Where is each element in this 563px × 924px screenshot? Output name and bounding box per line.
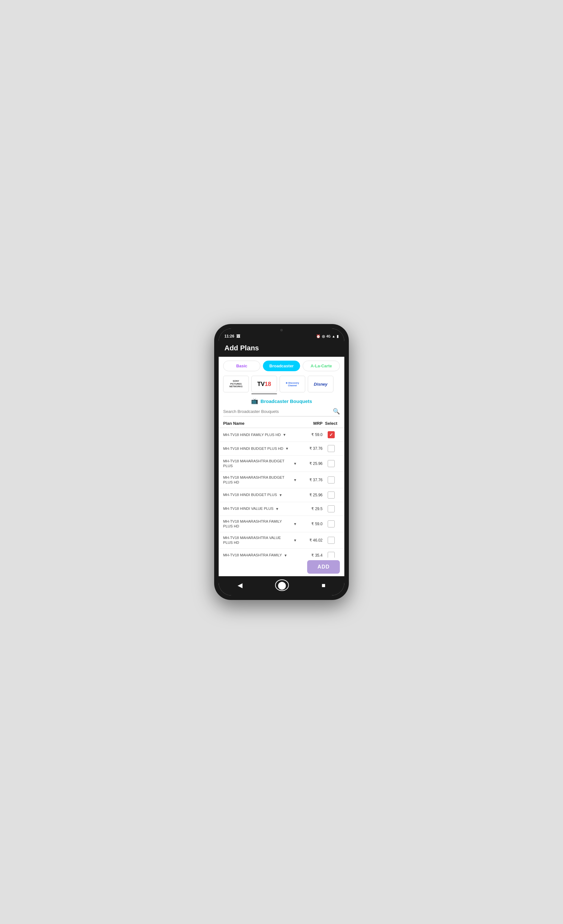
camera-dot bbox=[280, 329, 283, 332]
search-row: 🔍 bbox=[223, 408, 340, 417]
select-cell-4 bbox=[322, 492, 340, 499]
plan-name-4: MH-TV18 HINDI BUDGET PLUS bbox=[223, 492, 277, 497]
network-icon: 4G bbox=[326, 334, 331, 338]
status-right: ⏰ ◎ 4G ▲ ▮ bbox=[316, 334, 338, 339]
plan-cell-6: MH-TV18 MAHARASHTRA FAMILY PLUS HD▼ bbox=[223, 519, 297, 529]
mrp-cell-1: ₹ 37.76 bbox=[297, 446, 322, 451]
plan-cell-0: MH-TV18 HINDI FAMILY PLUS HD▼ bbox=[223, 432, 297, 437]
checkbox-4[interactable] bbox=[328, 492, 335, 499]
dropdown-arrow-3[interactable]: ▼ bbox=[293, 478, 297, 482]
mrp-cell-3: ₹ 37.76 bbox=[297, 478, 322, 482]
signal-icon: ▲ bbox=[332, 334, 335, 338]
recents-button[interactable]: ■ bbox=[316, 580, 331, 590]
dropdown-arrow-2[interactable]: ▼ bbox=[293, 462, 297, 465]
logos-row: SONYPICTURESNETWORKS TV18 ⊕ DiscoveryCha… bbox=[219, 374, 344, 392]
checkbox-0[interactable] bbox=[328, 431, 335, 438]
dropdown-arrow-8[interactable]: ▼ bbox=[284, 554, 287, 557]
back-button[interactable]: ◀ bbox=[232, 580, 247, 590]
page-title: Add Plans bbox=[225, 344, 338, 352]
dropdown-arrow-6[interactable]: ▼ bbox=[293, 522, 297, 526]
logo-tv18[interactable]: TV18 bbox=[252, 376, 277, 392]
dropdown-arrow-1[interactable]: ▼ bbox=[285, 447, 289, 450]
checkbox-2[interactable] bbox=[328, 460, 335, 467]
tab-broadcaster[interactable]: Broadcaster bbox=[263, 361, 300, 371]
home-button[interactable]: ⬤ bbox=[275, 579, 289, 591]
plan-cell-4: MH-TV18 HINDI BUDGET PLUS▼ bbox=[223, 492, 297, 497]
tab-basic[interactable]: Basic bbox=[223, 361, 261, 371]
plan-cell-5: MH-TV18 HINDI VALUE PLUS▼ bbox=[223, 506, 297, 511]
plan-cell-8: MH-TV18 MAHARASHTRA FAMILY▼ bbox=[223, 553, 297, 558]
search-input[interactable] bbox=[223, 409, 333, 414]
mrp-cell-5: ₹ 29.5 bbox=[297, 507, 322, 511]
table-row: MH-TV18 MAHARASHTRA BUDGET PLUS HD▼₹ 37.… bbox=[219, 472, 344, 488]
select-cell-3 bbox=[322, 476, 340, 483]
logo-disney[interactable]: Disney bbox=[308, 376, 334, 392]
checkbox-7[interactable] bbox=[328, 537, 335, 544]
plan-name-2: MH-TV18 MAHARASHTRA BUDGET PLUS bbox=[223, 459, 292, 468]
add-button[interactable]: ADD bbox=[307, 560, 340, 574]
table-row: MH-TV18 MAHARASHTRA VALUE PLUS HD▼₹ 46.0… bbox=[219, 532, 344, 549]
checkbox-6[interactable] bbox=[328, 520, 335, 528]
table-row: MH-TV18 HINDI VALUE PLUS▼₹ 29.5 bbox=[219, 502, 344, 516]
app-bar: Add Plans bbox=[219, 341, 344, 357]
camera-bar bbox=[219, 328, 344, 332]
logo-sony[interactable]: SONYPICTURESNETWORKS bbox=[223, 376, 249, 392]
table-row: MH-TV18 HINDI FAMILY PLUS HD▼₹ 59.0 bbox=[219, 428, 344, 442]
battery-icon: ▮ bbox=[337, 334, 338, 339]
plan-cell-1: MH-TV18 HINDI BUDGET PLUS HD▼ bbox=[223, 446, 297, 451]
select-cell-8 bbox=[322, 552, 340, 558]
plan-cell-2: MH-TV18 MAHARASHTRA BUDGET PLUS▼ bbox=[223, 459, 297, 468]
mrp-cell-0: ₹ 59.0 bbox=[297, 432, 322, 437]
dropdown-arrow-4[interactable]: ▼ bbox=[279, 493, 283, 497]
select-cell-5 bbox=[322, 506, 340, 512]
mrp-cell-7: ₹ 46.02 bbox=[297, 538, 322, 543]
checkbox-1[interactable] bbox=[328, 445, 335, 452]
alarm-icon: ⏰ bbox=[316, 334, 320, 339]
add-btn-row: ADD bbox=[219, 558, 344, 576]
table-row: MH-TV18 HINDI BUDGET PLUS▼₹ 25.96 bbox=[219, 488, 344, 502]
table-row: MH-TV18 MAHARASHTRA FAMILY PLUS HD▼₹ 59.… bbox=[219, 516, 344, 532]
table-row: MH-TV18 MAHARASHTRA BUDGET PLUS▼₹ 25.96 bbox=[219, 456, 344, 472]
checkbox-8[interactable] bbox=[328, 552, 335, 558]
mrp-cell-4: ₹ 25.96 bbox=[297, 493, 322, 497]
mrp-cell-8: ₹ 35.4 bbox=[297, 553, 322, 558]
mrp-cell-2: ₹ 25.96 bbox=[297, 461, 322, 466]
mrp-cell-6: ₹ 59.0 bbox=[297, 522, 322, 526]
status-time: 11:26 bbox=[225, 334, 234, 339]
tab-alacarte[interactable]: A-La-Carte bbox=[302, 361, 340, 371]
plan-name-5: MH-TV18 HINDI VALUE PLUS bbox=[223, 506, 274, 511]
wifi-icon: ◎ bbox=[322, 334, 325, 339]
table-body: MH-TV18 HINDI FAMILY PLUS HD▼₹ 59.0MH-TV… bbox=[219, 428, 344, 558]
dropdown-arrow-5[interactable]: ▼ bbox=[276, 507, 279, 511]
table-header: Plan Name MRP Select bbox=[219, 419, 344, 428]
checkbox-3[interactable] bbox=[328, 476, 335, 483]
col-header-mrp: MRP bbox=[297, 421, 322, 426]
select-cell-7 bbox=[322, 537, 340, 544]
phone-frame: 11:26 🖼 ⏰ ◎ 4G ▲ ▮ Add Plans Basic Broad… bbox=[214, 324, 349, 600]
col-header-plan: Plan Name bbox=[223, 421, 297, 426]
phone-screen: 11:26 🖼 ⏰ ◎ 4G ▲ ▮ Add Plans Basic Broad… bbox=[219, 328, 344, 596]
dropdown-arrow-0[interactable]: ▼ bbox=[283, 433, 286, 436]
gallery-icon: 🖼 bbox=[236, 334, 240, 339]
plan-name-8: MH-TV18 MAHARASHTRA FAMILY bbox=[223, 553, 282, 558]
section-title: 📺 Broadcaster Bouquets bbox=[219, 394, 344, 406]
plan-name-6: MH-TV18 MAHARASHTRA FAMILY PLUS HD bbox=[223, 519, 292, 529]
select-cell-2 bbox=[322, 460, 340, 467]
plan-name-0: MH-TV18 HINDI FAMILY PLUS HD bbox=[223, 432, 281, 437]
col-header-select: Select bbox=[322, 421, 340, 426]
select-cell-1 bbox=[322, 445, 340, 452]
table-row: MH-TV18 HINDI BUDGET PLUS HD▼₹ 37.76 bbox=[219, 442, 344, 456]
logo-discovery[interactable]: ⊕ DiscoveryChannel bbox=[280, 376, 305, 392]
checkbox-5[interactable] bbox=[328, 506, 335, 512]
search-icon[interactable]: 🔍 bbox=[333, 408, 340, 415]
tv-icon: 📺 bbox=[251, 398, 258, 405]
status-bar: 11:26 🖼 ⏰ ◎ 4G ▲ ▮ bbox=[219, 332, 344, 341]
plan-cell-3: MH-TV18 MAHARASHTRA BUDGET PLUS HD▼ bbox=[223, 475, 297, 485]
plan-name-1: MH-TV18 HINDI BUDGET PLUS HD bbox=[223, 446, 283, 451]
plan-cell-7: MH-TV18 MAHARASHTRA VALUE PLUS HD▼ bbox=[223, 536, 297, 545]
bottom-nav: ◀ ⬤ ■ bbox=[219, 576, 344, 596]
tabs-row: Basic Broadcaster A-La-Carte bbox=[219, 357, 344, 374]
table-row: MH-TV18 MAHARASHTRA FAMILY▼₹ 35.4 bbox=[219, 549, 344, 558]
dropdown-arrow-7[interactable]: ▼ bbox=[293, 538, 297, 542]
table-container: Plan Name MRP Select MH-TV18 HINDI FAMIL… bbox=[219, 419, 344, 558]
